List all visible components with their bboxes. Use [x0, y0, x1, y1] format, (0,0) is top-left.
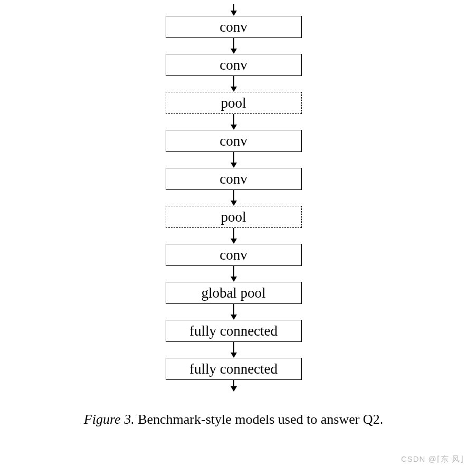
caption-prefix: Figure 3.	[84, 412, 135, 427]
layer-label: pool	[221, 209, 246, 225]
arrow	[231, 114, 237, 130]
layer-box-pool-2: pool	[166, 206, 302, 228]
layer-box-pool-1: pool	[166, 92, 302, 114]
arrow	[231, 342, 237, 358]
layer-box-global-pool: global pool	[166, 282, 302, 304]
layer-label: fully connected	[189, 323, 278, 339]
arrow	[231, 304, 237, 320]
layer-box-conv-5: conv	[166, 244, 302, 266]
layer-box-conv-3: conv	[166, 130, 302, 152]
layer-label: conv	[220, 57, 247, 73]
layer-label: fully connected	[189, 361, 278, 377]
arrow-output	[231, 380, 237, 392]
arrow-input	[231, 4, 237, 16]
arrow	[231, 38, 237, 54]
layer-label: conv	[220, 171, 247, 187]
watermark: CSDN @⌈东 风⌋	[401, 454, 464, 464]
layer-box-fc-2: fully connected	[166, 358, 302, 380]
layer-box-conv-4: conv	[166, 168, 302, 190]
layer-box-conv-1: conv	[166, 16, 302, 38]
layer-label: conv	[220, 247, 247, 263]
arrow	[231, 152, 237, 168]
architecture-diagram: conv conv pool conv conv pool co	[0, 0, 467, 392]
layer-label: pool	[221, 95, 246, 111]
layer-label: conv	[220, 19, 247, 35]
arrow	[231, 266, 237, 282]
arrow	[231, 228, 237, 244]
arrow	[231, 76, 237, 92]
arrow	[231, 190, 237, 206]
layer-label: conv	[220, 133, 247, 149]
caption-text: Benchmark-style models used to answer Q2…	[135, 412, 384, 427]
layer-box-fc-1: fully connected	[166, 320, 302, 342]
layer-label: global pool	[201, 285, 265, 301]
figure-caption: Figure 3. Benchmark-style models used to…	[0, 412, 467, 427]
layer-box-conv-2: conv	[166, 54, 302, 76]
